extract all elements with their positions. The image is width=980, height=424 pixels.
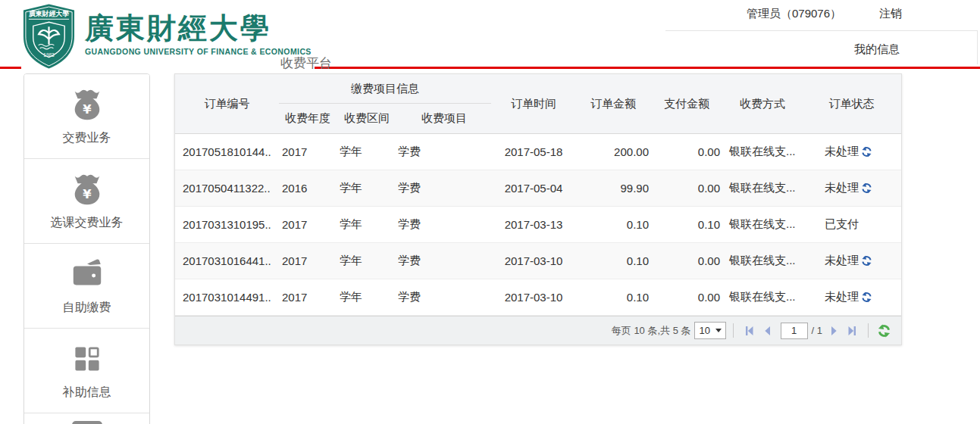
my-info-link[interactable]: 我的信息 xyxy=(854,42,900,57)
money-bag-icon: ¥ xyxy=(70,87,105,122)
orders-panel: 订单编号 缴费项目信息 收费年度 收费区间 收费项目 订单时间 订单金额 支付金… xyxy=(174,73,902,345)
cell-order-no: 2017031016441.. xyxy=(175,254,279,267)
cell-order-amount: 0.10 xyxy=(576,291,650,304)
cell-fee-year: 2017 xyxy=(279,291,337,304)
cell-paid-amount: 0.00 xyxy=(650,182,723,195)
col-header-fee-item: 收费项目 xyxy=(397,104,491,133)
cell-pay-method: 银联在线支... xyxy=(723,254,802,268)
cell-order-no: 2017051810144.. xyxy=(175,145,279,158)
last-page-icon xyxy=(847,326,857,336)
order-row[interactable]: 2017031016441.. 2017 学年 学费 2017-03-10 0.… xyxy=(175,243,901,279)
col-header-order-status: 订单状态 xyxy=(802,74,901,133)
cell-order-status: 未处理 xyxy=(802,181,901,195)
topbar-right-border xyxy=(977,30,978,64)
cell-fee-period: 学年 xyxy=(337,181,397,195)
partial-icon xyxy=(72,421,102,424)
next-page-icon xyxy=(828,326,839,336)
last-page-button[interactable] xyxy=(846,325,858,337)
cell-fee-period: 学年 xyxy=(337,290,397,304)
cell-order-status: 已支付 xyxy=(802,217,901,232)
order-row[interactable]: 2017031014491.. 2017 学年 学费 2017-03-10 0.… xyxy=(175,279,901,316)
sidebar-item-4[interactable]: 补助信息 xyxy=(24,329,149,413)
cell-fee-period: 学年 xyxy=(337,254,397,268)
cell-order-status: 未处理 xyxy=(802,145,901,159)
previous-page-icon xyxy=(762,326,773,336)
order-row[interactable]: 2017051810144.. 2017 学年 学费 2017-05-18 20… xyxy=(175,134,901,170)
seal-title: 廣東財經大學 xyxy=(28,10,69,17)
order-row[interactable]: 2017031310195.. 2017 学年 学费 2017-03-13 0.… xyxy=(175,207,901,243)
cell-fee-year: 2017 xyxy=(279,254,337,267)
topbar-divider xyxy=(665,30,977,31)
cell-fee-item: 学费 xyxy=(397,181,491,195)
sidebar-item-label: 交费业务 xyxy=(63,130,111,146)
sidebar-item-partial[interactable] xyxy=(24,413,149,424)
cell-paid-amount: 0.00 xyxy=(650,254,723,267)
cell-pay-method: 银联在线支... xyxy=(723,145,802,159)
university-logo: 廣東財經大學 1983 廣東財經大學 GUANGDONG UNIVERSITY … xyxy=(21,3,315,73)
total-pages-label: / 1 xyxy=(812,325,822,336)
refresh-icon xyxy=(877,324,891,338)
first-page-button[interactable] xyxy=(744,325,756,337)
sidebar-item-1[interactable]: ¥ 交费业务 xyxy=(24,74,149,159)
refresh-status-icon[interactable] xyxy=(861,292,872,303)
cell-paid-amount: 0.00 xyxy=(650,145,723,158)
cell-fee-period: 学年 xyxy=(337,217,397,232)
order-row[interactable]: 2017050411322.. 2016 学年 学费 2017-05-04 99… xyxy=(175,170,901,207)
pagination-summary: 每页 10 条,共 5 条 xyxy=(612,324,691,338)
cell-fee-year: 2017 xyxy=(279,145,337,158)
chevron-down-icon xyxy=(715,329,722,332)
first-page-icon xyxy=(744,326,755,336)
money-bag-icon: ¥ xyxy=(70,172,105,207)
cell-paid-amount: 0.10 xyxy=(650,218,723,231)
current-page-input[interactable] xyxy=(781,323,808,339)
col-header-order-amount: 订单金额 xyxy=(576,74,650,133)
logout-link[interactable]: 注销 xyxy=(879,7,902,21)
sidebar-item-3[interactable]: 自助缴费 xyxy=(24,244,149,329)
col-header-order-time: 订单时间 xyxy=(491,74,576,133)
cell-fee-year: 2016 xyxy=(279,182,337,195)
refresh-status-icon[interactable] xyxy=(861,255,872,267)
refresh-list-button[interactable] xyxy=(877,324,891,338)
col-header-paid-amount: 支付金额 xyxy=(650,74,723,133)
svg-text:¥: ¥ xyxy=(83,187,92,201)
svg-text:¥: ¥ xyxy=(83,102,92,117)
university-name-en: GUANGDONG UNIVERSITY OF FINANCE & ECONOM… xyxy=(85,47,312,56)
sidebar-item-label: 补助信息 xyxy=(63,385,111,401)
sidebar-item-label: 选课交费业务 xyxy=(51,215,124,231)
logged-in-user: 管理员（079076） xyxy=(747,7,841,21)
cell-order-status: 未处理 xyxy=(802,254,901,268)
cell-pay-method: 银联在线支... xyxy=(723,181,802,195)
cell-order-time: 2017-03-10 xyxy=(491,291,576,304)
separator xyxy=(733,323,734,338)
order-status-text: 已支付 xyxy=(825,217,859,232)
cell-fee-period: 学年 xyxy=(337,145,397,159)
grid-icon xyxy=(70,342,104,376)
cell-fee-item: 学费 xyxy=(397,290,491,304)
next-page-button[interactable] xyxy=(828,325,840,337)
cell-order-time: 2017-05-18 xyxy=(491,145,576,158)
pagination-bar: 每页 10 条,共 5 条 10 / 1 xyxy=(175,316,901,344)
seal-year: 1983 xyxy=(43,52,55,58)
refresh-status-icon[interactable] xyxy=(861,146,872,157)
university-seal-icon: 廣東財經大學 1983 xyxy=(21,3,77,70)
col-header-order-no: 订单编号 xyxy=(175,74,279,133)
col-header-pay-method: 收费方式 xyxy=(723,74,802,133)
page-size-select[interactable]: 10 xyxy=(694,322,726,339)
sidebar-item-label: 自助缴费 xyxy=(63,300,111,316)
previous-page-button[interactable] xyxy=(762,325,774,337)
order-status-text: 未处理 xyxy=(825,145,859,159)
refresh-status-icon[interactable] xyxy=(861,182,872,194)
cell-order-no: 2017031014491.. xyxy=(175,291,279,304)
cell-pay-method: 银联在线支... xyxy=(723,290,802,304)
cell-order-time: 2017-03-13 xyxy=(491,218,576,231)
cell-order-time: 2017-03-10 xyxy=(491,254,576,267)
logo-text: 廣東財經大學 GUANGDONG UNIVERSITY OF FINANCE &… xyxy=(85,3,312,56)
cell-paid-amount: 0.00 xyxy=(650,291,723,304)
cell-fee-item: 学费 xyxy=(397,145,491,159)
col-group-payment-info: 缴费项目信息 xyxy=(279,74,491,104)
sidebar-menu: ¥ 交费业务 ¥ 选课交费业务 自助缴费 补助信息 xyxy=(23,73,150,424)
cell-fee-item: 学费 xyxy=(397,217,491,232)
cell-order-no: 2017050411322.. xyxy=(175,182,279,195)
sidebar-item-2[interactable]: ¥ 选课交费业务 xyxy=(24,159,149,244)
platform-title: 收费平台 xyxy=(280,55,332,72)
